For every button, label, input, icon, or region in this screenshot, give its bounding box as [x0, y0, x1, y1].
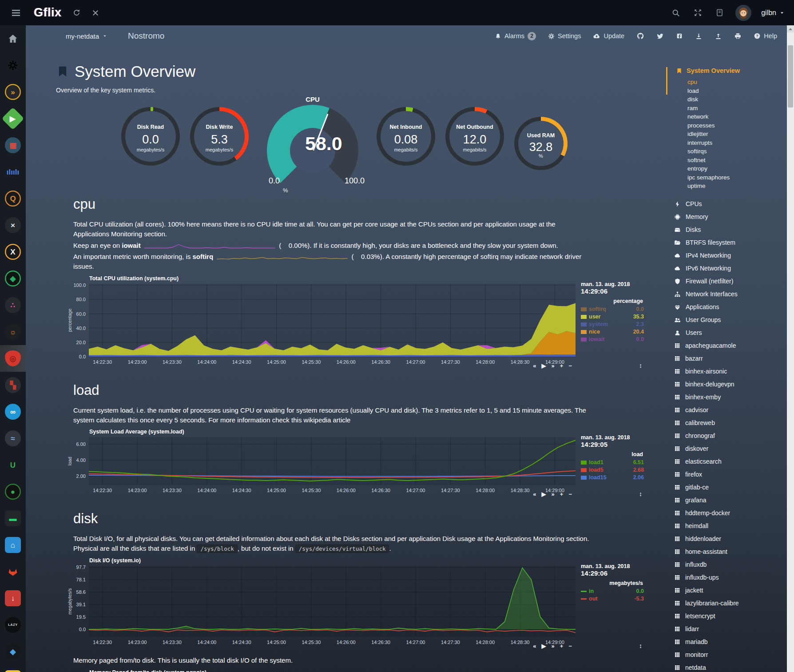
sidebar-app-blueprint-app[interactable]: ⌂: [0, 532, 26, 558]
sidebar-app-download-app[interactable]: ↓: [0, 585, 26, 612]
alarms-button[interactable]: Alarms 2: [495, 32, 536, 40]
disk-plot[interactable]: Disk I/O (system.io)14:22:3014:23:0014:2…: [66, 563, 576, 649]
chart-resize-handle[interactable]: ↕: [639, 490, 642, 497]
legend-iowait[interactable]: iowait0.0: [581, 336, 644, 343]
gauge-used-ram[interactable]: Used RAM32.8%: [514, 117, 568, 170]
import-icon[interactable]: [695, 32, 703, 40]
menu-app-home-assistant[interactable]: home-assistant: [674, 545, 787, 558]
cpu-chart[interactable]: Total CPU utilization (system.cpu)14:22:…: [66, 281, 666, 369]
menu-app-grafana[interactable]: grafana: [674, 494, 787, 507]
legend-nice[interactable]: nice20.4: [581, 328, 644, 336]
menu-section-user-groups[interactable]: User Groups: [674, 314, 787, 326]
menu-section-btrfs-filesystem[interactable]: BTRFS filesystem: [674, 236, 787, 249]
facebook-icon[interactable]: [676, 32, 683, 40]
sidebar-app-blocks-app[interactable]: ▚: [0, 372, 26, 398]
sidebar-app-home[interactable]: [0, 25, 26, 52]
menu-section-network-interfaces[interactable]: Network Interfaces: [674, 288, 787, 301]
sidebar-app-nodes-app[interactable]: ∴: [0, 292, 26, 318]
gauge-net-inbound[interactable]: Net Inbound0.08megabits/s: [377, 107, 435, 166]
export-icon[interactable]: [715, 32, 722, 40]
menu-item-softirqs[interactable]: softirqs: [687, 147, 787, 156]
menu-section-applications[interactable]: Applications: [674, 301, 787, 314]
menu-item-network[interactable]: network: [687, 112, 787, 121]
sidebar-app-flame-app[interactable]: ☼: [0, 318, 26, 345]
sidebar-app-u-app[interactable]: U: [0, 452, 26, 478]
menu-item-processes[interactable]: processes: [687, 121, 787, 130]
legend-user[interactable]: user35.3: [581, 313, 644, 321]
sidebar-app-dots-app[interactable]: ∞: [0, 398, 26, 425]
menu-app-lazylibrarian-calibre[interactable]: lazylibrarian-calibre: [674, 597, 787, 610]
menu-app-netdata[interactable]: netdata: [674, 661, 787, 672]
menu-section-disks[interactable]: Disks: [674, 223, 787, 236]
close-icon[interactable]: [90, 7, 101, 19]
menu-app-chronograf[interactable]: chronograf: [674, 429, 787, 442]
menu-section-ipv6-networking[interactable]: IPv6 Networking: [674, 262, 787, 275]
refresh-icon[interactable]: [71, 7, 83, 19]
menu-item-interrupts[interactable]: interrupts: [687, 139, 787, 147]
sidebar-app-bowtie-app[interactable]: X: [0, 239, 26, 265]
menu-app-influxdb-ups[interactable]: influxdb-ups: [674, 571, 787, 584]
sidebar-app-gitlab[interactable]: [0, 558, 26, 585]
menu-item-load[interactable]: load: [687, 87, 787, 95]
menu-app-hddtemp-docker[interactable]: hddtemp-docker: [674, 507, 787, 520]
menu-app-binhex-delugevpn[interactable]: binhex-delugevpn: [674, 378, 787, 391]
twitter-icon[interactable]: [656, 32, 664, 40]
gauge-disk-write[interactable]: Disk Write5.3megabytes/s: [190, 107, 249, 166]
menu-section-cpus[interactable]: CPUs: [674, 198, 787, 211]
menu-app-binhex-emby[interactable]: binhex-emby: [674, 391, 787, 404]
sidebar-app-sabnzbd[interactable]: sab: [0, 665, 26, 672]
menu-app-letsencrypt[interactable]: letsencrypt: [674, 610, 787, 623]
sidebar-app-gem-app[interactable]: ◆: [0, 638, 26, 665]
play-button[interactable]: ▶: [542, 643, 546, 649]
menu-app-firefox[interactable]: firefox: [674, 468, 787, 481]
menu-item-ram[interactable]: ram: [687, 104, 787, 113]
sidebar-app-turtle-app[interactable]: ●: [0, 478, 26, 505]
sidebar-app-x-app[interactable]: ×: [0, 212, 26, 239]
menu-item-cpu[interactable]: cpu: [687, 78, 787, 87]
menu-app-gitlab-ce[interactable]: gitlab-ce: [674, 481, 787, 494]
menu-app-apacheguacamole[interactable]: apacheguacamole: [674, 339, 787, 352]
sidebar-app-search-app[interactable]: Q: [0, 185, 26, 212]
github-icon[interactable]: [636, 32, 644, 40]
cpu-plot[interactable]: Total CPU utilization (system.cpu)14:22:…: [66, 281, 576, 369]
zoom-in-button[interactable]: +: [560, 363, 564, 369]
chart-resize-handle[interactable]: ↕: [639, 642, 642, 649]
legend-out[interactable]: out-5.3: [581, 595, 644, 603]
menu-app-heimdall[interactable]: heimdall: [674, 520, 787, 533]
menu-section-ipv4-networking[interactable]: IPv4 Networking: [674, 249, 787, 262]
chart-resize-handle[interactable]: ↕: [639, 362, 642, 369]
zoom-out-button[interactable]: −: [568, 363, 572, 369]
menu-section-memory[interactable]: Memory: [674, 211, 787, 223]
disk-io-chart[interactable]: Disk I/O (system.io)14:22:3014:23:0014:2…: [66, 563, 666, 649]
menu-app-mariadb[interactable]: mariadb: [674, 636, 787, 648]
pan-right-button[interactable]: »: [552, 491, 555, 497]
legend-load5[interactable]: load52.68: [581, 466, 644, 474]
menu-app-calibreweb[interactable]: calibreweb: [674, 417, 787, 429]
play-button[interactable]: ▶: [542, 491, 546, 497]
pan-right-button[interactable]: »: [552, 363, 555, 369]
zoom-in-button[interactable]: +: [560, 491, 564, 497]
server-dropdown[interactable]: my-netdata: [66, 32, 107, 40]
gauge-cpu[interactable]: CPU58.00.0100.0%: [267, 95, 358, 183]
sidebar-app-lazylibrarian[interactable]: LAZY: [0, 612, 26, 638]
pan-left-button[interactable]: «: [533, 491, 536, 497]
menu-item-entropy[interactable]: entropy: [687, 164, 787, 173]
scrollbar-up-button[interactable]: [787, 25, 794, 32]
menu-item-softnet[interactable]: softnet: [687, 156, 787, 165]
sidebar-app-settings[interactable]: [0, 52, 26, 79]
menu-app-elasticsearch[interactable]: elasticsearch: [674, 455, 787, 468]
sidebar-app-shield-app[interactable]: ◎: [0, 345, 26, 372]
legend-load15[interactable]: load152.06: [581, 474, 644, 481]
load-plot[interactable]: System Load Average (system.load)14:22:3…: [66, 434, 576, 497]
page-scrollbar[interactable]: [787, 25, 794, 672]
menu-item-uptime[interactable]: uptime: [687, 182, 787, 191]
pan-right-button[interactable]: »: [552, 643, 555, 649]
settings-button[interactable]: Settings: [548, 32, 581, 40]
menu-app-jackett[interactable]: jackett: [674, 584, 787, 597]
legend-system[interactable]: system2.3: [581, 321, 644, 328]
scrollbar-thumb[interactable]: [788, 45, 793, 107]
sidebar-app-media-app[interactable]: ▦: [0, 132, 26, 159]
zoom-in-button[interactable]: +: [560, 643, 564, 649]
user-menu[interactable]: gilbn: [761, 9, 785, 17]
sidebar-app-status-app[interactable]: ▬: [0, 505, 26, 532]
